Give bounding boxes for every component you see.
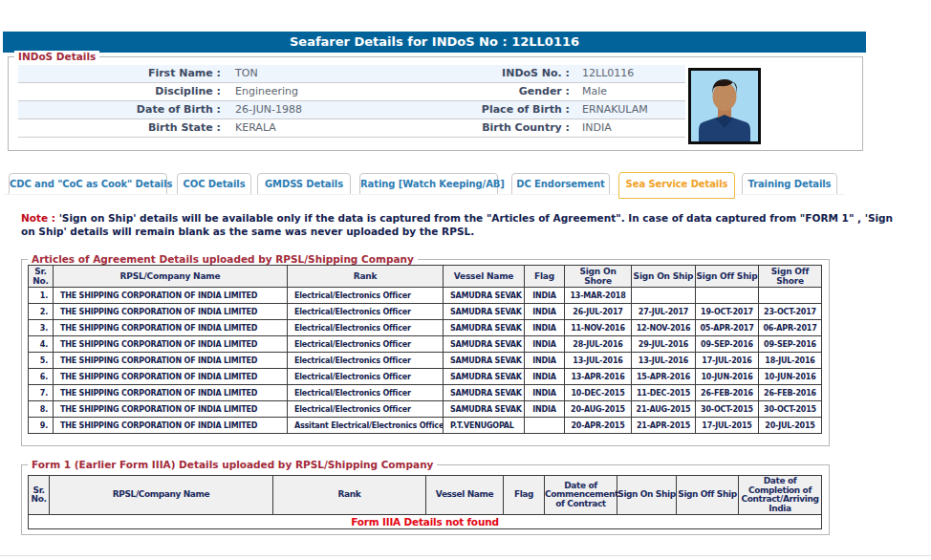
indos-row: Date of Birth :26-JUN-1988Place of Birth… bbox=[18, 101, 685, 119]
field-value: 12LL0116 bbox=[582, 65, 634, 82]
cell: 29-JUL-2016 bbox=[632, 336, 696, 353]
cell: Electrical/Electronics Officer bbox=[288, 288, 444, 304]
page-bottom-divider bbox=[0, 555, 931, 556]
field-label: Date of Birth : bbox=[18, 101, 221, 118]
cell bbox=[525, 418, 565, 434]
articles-row: 3.THE SHIPPING CORPORATION OF INDIA LIMI… bbox=[29, 320, 822, 336]
indos-details-legend: INDoS Details bbox=[14, 51, 99, 63]
column-header: Sign On Ship bbox=[617, 476, 677, 515]
cell: 26-JUL-2017 bbox=[565, 304, 632, 320]
cell: 10-JUN-2016 bbox=[759, 369, 822, 385]
field-value: ERNAKULAM bbox=[582, 101, 648, 118]
note-prefix: Note : bbox=[21, 212, 55, 224]
cell: 20-AUG-2015 bbox=[565, 401, 632, 418]
column-header: Date of Completion of Contract/Arriving … bbox=[739, 476, 822, 515]
column-header: Vessel Name bbox=[426, 476, 504, 515]
articles-table: Sr. No.RPSL/Company NameRankVessel NameF… bbox=[28, 265, 822, 434]
cell: 17-JUL-2016 bbox=[696, 353, 759, 369]
cell: SAMUDRA SEVAK bbox=[444, 288, 525, 304]
column-header: Sr. No. bbox=[29, 266, 54, 288]
tab-coc-details[interactable]: COC Details bbox=[177, 173, 251, 195]
column-header: Flag bbox=[504, 476, 545, 515]
cell: INDIA bbox=[525, 336, 565, 353]
cell: 21-APR-2015 bbox=[632, 418, 696, 434]
cell: Electrical/Electronics Officer bbox=[288, 336, 444, 353]
tab-cdc-and-coc-as-cook-details[interactable]: CDC and "CoC as Cook" Details bbox=[9, 173, 167, 195]
cell: 09-SEP-2016 bbox=[696, 336, 759, 353]
column-header: Sign Off Shore bbox=[759, 266, 822, 288]
cell: THE SHIPPING CORPORATION OF INDIA LIMITE… bbox=[54, 320, 288, 336]
cell: THE SHIPPING CORPORATION OF INDIA LIMITE… bbox=[54, 336, 288, 353]
cell bbox=[759, 288, 822, 304]
tab-training-details[interactable]: Training Details bbox=[742, 173, 837, 195]
column-header: RPSL/Company Name bbox=[50, 476, 273, 515]
seafarer-photo bbox=[688, 68, 761, 144]
cell bbox=[696, 288, 759, 304]
cell: 23-OCT-2017 bbox=[759, 304, 822, 320]
cell: 2. bbox=[29, 304, 54, 320]
cell: 7. bbox=[29, 385, 54, 401]
field-label: Gender : bbox=[334, 83, 570, 100]
field-label: Birth State : bbox=[18, 119, 221, 137]
cell: SAMUDRA SEVAK bbox=[444, 385, 525, 401]
cell: INDIA bbox=[525, 288, 565, 304]
cell: 1. bbox=[29, 288, 54, 304]
tab-rating-watch-keeping-ab[interactable]: Rating [Watch Keeping/AB] bbox=[359, 173, 498, 195]
field-label: INDoS No. : bbox=[334, 65, 570, 82]
note-text: Note : 'Sign on Ship' details will be av… bbox=[21, 211, 904, 238]
form1-empty-message: Form IIIA Details not found bbox=[29, 515, 822, 529]
cell: 27-JUL-2017 bbox=[632, 304, 696, 320]
field-value: Male bbox=[582, 83, 607, 100]
indos-details-fieldset: INDoS Details First Name :TONINDoS No. :… bbox=[8, 56, 863, 151]
cell: 13-JUL-2016 bbox=[632, 353, 696, 369]
cell: INDIA bbox=[525, 304, 565, 320]
cell: 26-FEB-2016 bbox=[759, 385, 822, 401]
articles-row: 8.THE SHIPPING CORPORATION OF INDIA LIMI… bbox=[29, 401, 822, 418]
form1-table: Sr. No.RPSL/Company NameRankVessel NameF… bbox=[28, 475, 822, 529]
column-header: Rank bbox=[288, 266, 444, 288]
cell: 13-MAR-2018 bbox=[565, 288, 632, 304]
cell: Electrical/Electronics Officer bbox=[288, 320, 444, 336]
cell bbox=[632, 288, 696, 304]
indos-row: Discipline :EngineeringGender :Male bbox=[18, 83, 685, 101]
field-value: KERALA bbox=[235, 119, 276, 137]
field-value: 26-JUN-1988 bbox=[235, 101, 302, 118]
cell: 21-AUG-2015 bbox=[632, 401, 696, 418]
cell: THE SHIPPING CORPORATION OF INDIA LIMITE… bbox=[54, 385, 288, 401]
cell: SAMUDRA SEVAK bbox=[444, 401, 525, 418]
cell: THE SHIPPING CORPORATION OF INDIA LIMITE… bbox=[54, 369, 288, 385]
form1-header-row: Sr. No.RPSL/Company NameRankVessel NameF… bbox=[29, 476, 822, 515]
cell: Electrical/Electronics Officer bbox=[288, 369, 444, 385]
cell: INDIA bbox=[525, 369, 565, 385]
column-header: Sign On Shore bbox=[565, 266, 632, 288]
articles-row: 9.THE SHIPPING CORPORATION OF INDIA LIMI… bbox=[29, 418, 822, 434]
cell: 9. bbox=[29, 418, 54, 434]
cell: 28-JUL-2016 bbox=[565, 336, 632, 353]
column-header: Sign On Ship bbox=[632, 266, 696, 288]
tab-dc-endorsement[interactable]: DC Endorsement bbox=[511, 173, 610, 195]
cell: SAMUDRA SEVAK bbox=[444, 353, 525, 369]
column-header: Date of Commencement of Contract bbox=[545, 476, 617, 515]
cell: THE SHIPPING CORPORATION OF INDIA LIMITE… bbox=[54, 401, 288, 418]
cell: 10-JUN-2016 bbox=[696, 369, 759, 385]
cell: 09-SEP-2016 bbox=[759, 336, 822, 353]
field-label: First Name : bbox=[18, 65, 221, 82]
cell: INDIA bbox=[525, 320, 565, 336]
indos-row: First Name :TONINDoS No. :12LL0116 bbox=[18, 65, 685, 83]
indos-details-rows: First Name :TONINDoS No. :12LL0116Discip… bbox=[18, 65, 685, 138]
form1-empty-row: Form IIIA Details not found bbox=[29, 515, 822, 529]
cell: THE SHIPPING CORPORATION OF INDIA LIMITE… bbox=[54, 304, 288, 320]
tab-sea-service-details[interactable]: Sea Service Details bbox=[618, 172, 735, 199]
articles-row: 5.THE SHIPPING CORPORATION OF INDIA LIMI… bbox=[29, 353, 822, 369]
field-label: Discipline : bbox=[18, 83, 221, 100]
cell: 3. bbox=[29, 320, 54, 336]
tab-gmdss-details[interactable]: GMDSS Details bbox=[257, 173, 351, 195]
cell: P.T.VENUGOPAL bbox=[444, 418, 525, 434]
column-header: RPSL/Company Name bbox=[54, 266, 288, 288]
cell: SAMUDRA SEVAK bbox=[444, 336, 525, 353]
articles-header-row: Sr. No.RPSL/Company NameRankVessel NameF… bbox=[29, 266, 822, 288]
field-value: Engineering bbox=[235, 83, 298, 100]
cell: SAMUDRA SEVAK bbox=[444, 304, 525, 320]
cell: 26-FEB-2016 bbox=[696, 385, 759, 401]
articles-row: 7.THE SHIPPING CORPORATION OF INDIA LIMI… bbox=[29, 385, 822, 401]
